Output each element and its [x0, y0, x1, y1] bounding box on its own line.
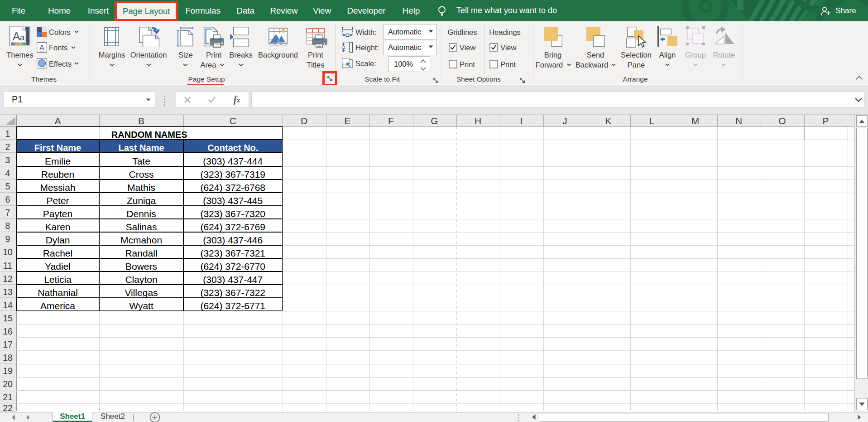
svg-text:a: a	[20, 33, 25, 42]
svg-text:A: A	[13, 30, 20, 43]
